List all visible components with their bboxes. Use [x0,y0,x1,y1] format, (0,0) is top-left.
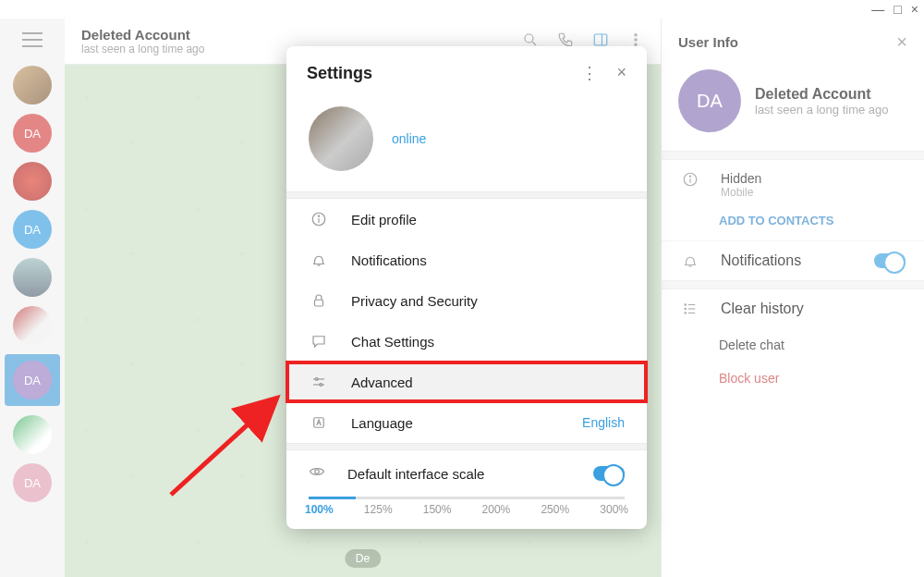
userinfo-title: User Info [678,34,738,50]
scale-slider[interactable] [309,497,625,499]
menu-label: Notifications [351,252,427,268]
svg-point-19 [318,215,319,216]
svg-rect-21 [315,300,323,306]
phone-row: Hidden Mobile [662,160,924,210]
menu-label: Privacy and Security [351,293,478,309]
svg-point-15 [685,313,687,314]
avatar[interactable]: DA [678,69,741,132]
block-user-button[interactable]: Block user [662,362,924,395]
close-window-button[interactable]: × [911,2,918,17]
user-info-panel: User Info × DA Deleted Account last seen… [661,18,924,577]
svg-point-0 [525,34,533,43]
notifications-toggle[interactable] [874,253,906,268]
chat-avatar[interactable] [13,306,52,345]
notifications-item[interactable]: Notifications [286,239,647,280]
minimize-button[interactable]: — [871,2,884,17]
language-icon [309,414,329,431]
hidden-label: Hidden [721,171,761,186]
language-item[interactable]: Language English [286,402,647,443]
date-pill: De [345,549,381,568]
language-value: English [582,415,625,430]
chat-avatar-selected[interactable]: DA [5,354,60,406]
scale-300[interactable]: 300% [600,503,628,516]
scale-100[interactable]: 100% [305,503,334,516]
svg-point-11 [685,304,687,306]
settings-title: Settings [307,64,372,83]
chat-avatar[interactable]: DA [13,463,52,502]
privacy-item[interactable]: Privacy and Security [286,280,647,321]
close-icon[interactable]: × [616,63,626,83]
chat-avatar[interactable] [13,258,52,297]
menu-label: Advanced [351,374,413,390]
chat-settings-item[interactable]: Chat Settings [286,321,647,362]
scale-125[interactable]: 125% [364,503,393,516]
scale-label: Default interface scale [347,466,571,482]
more-icon[interactable]: ⋮ [581,63,598,83]
chat-title: Deleted Account [81,27,204,43]
bell-icon [309,252,329,268]
scale-250[interactable]: 250% [541,503,569,516]
chat-avatar[interactable]: DA [13,114,52,153]
add-to-contacts-link[interactable]: ADD TO CONTACTS [662,210,924,240]
svg-rect-2 [594,34,607,45]
advanced-item[interactable]: Advanced [286,362,647,402]
svg-point-5 [635,38,637,40]
online-status: online [392,131,426,146]
chat-avatar[interactable] [13,66,52,104]
chat-avatar[interactable] [13,415,52,454]
avatar: DA [13,361,52,399]
scale-150[interactable]: 150% [423,503,452,516]
sliders-icon [309,374,329,390]
notifications-label: Notifications [721,252,801,269]
clear-history-row[interactable]: Clear history [662,289,924,328]
menu-label: Chat Settings [351,334,434,350]
settings-modal: Settings ⋮ × online Edit profile Notific… [286,46,647,529]
bell-icon [680,252,700,269]
svg-point-4 [635,33,637,35]
svg-point-6 [635,43,637,45]
svg-point-27 [315,470,320,474]
hidden-sub: Mobile [721,186,761,199]
clear-history-label: Clear history [721,301,804,317]
svg-point-13 [685,308,687,310]
profile-avatar[interactable] [309,106,373,171]
eye-icon [309,463,325,484]
menu-icon[interactable] [22,32,43,47]
scale-200[interactable]: 200% [482,503,511,516]
chat-avatar[interactable] [13,162,52,201]
notifications-row[interactable]: Notifications [662,241,924,280]
userinfo-name: Deleted Account [755,86,889,103]
maximize-button[interactable]: □ [894,2,901,17]
list-icon [680,301,700,317]
edit-profile-item[interactable]: Edit profile [286,199,647,239]
delete-chat-button[interactable]: Delete chat [662,328,924,362]
menu-label: Language [351,415,413,431]
chat-status: last seen a long time ago [81,43,204,55]
user-icon [309,211,329,227]
info-icon [680,171,700,188]
svg-point-9 [689,176,690,177]
menu-label: Edit profile [351,212,417,227]
window-controls: — □ × [871,2,918,17]
chat-avatar[interactable]: DA [13,210,52,249]
svg-line-1 [532,42,536,45]
userinfo-status: last seen a long time ago [755,103,889,117]
lock-icon [309,292,329,309]
chat-list-ribbon: DA DA DA DA [0,18,65,577]
scale-toggle[interactable] [593,466,625,481]
chat-icon [309,333,329,350]
close-icon[interactable]: × [896,31,907,53]
scale-values: 100% 125% 150% 200% 250% 300% [286,503,647,529]
